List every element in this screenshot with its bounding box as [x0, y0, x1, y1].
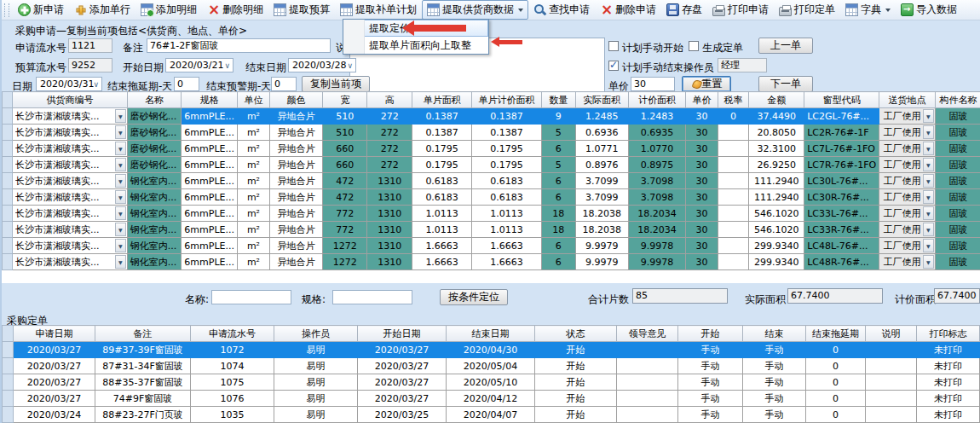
cell-piece-area[interactable]: 0.6183 [412, 189, 472, 206]
cell-qty[interactable]: 18 [542, 222, 576, 238]
cell-note[interactable] [866, 374, 917, 391]
cell-unit-price[interactable]: 30 [686, 141, 718, 157]
cell-height[interactable]: 1310 [367, 206, 412, 222]
cell-start-date[interactable]: 2020/03/27 [358, 391, 447, 407]
cell-unit[interactable]: m² [238, 125, 270, 141]
cell-delivery[interactable]: 工厂使用 [879, 108, 936, 125]
cell-unit[interactable]: m² [238, 189, 270, 206]
cell-remark[interactable]: 88#23-27F门页玻 [95, 407, 191, 423]
cell-width[interactable]: 510 [322, 125, 367, 141]
table-row[interactable]: 2020/03/2488#23-27F门页玻1035易明2020/03/2520… [3, 407, 980, 423]
cell-delivery[interactable]: 工厂使用 [879, 189, 936, 206]
cell-height[interactable]: 1310 [367, 254, 412, 270]
cell-status[interactable]: 开始 [535, 407, 617, 423]
cell-height[interactable]: 1310 [367, 189, 412, 206]
cell-end-date[interactable]: 2020/05/04 [447, 358, 535, 374]
cell-color[interactable]: 异地合片 [269, 141, 322, 157]
cell-end-delay[interactable]: 0 [806, 358, 866, 374]
cell-request-date[interactable]: 2020/03/27 [14, 391, 95, 407]
extract-supplement-plan-button[interactable]: 提取补单计划 [335, 0, 422, 20]
reset-button[interactable]: 重置 [682, 76, 731, 92]
cell-piece-priced-area[interactable]: 0.1387 [472, 125, 542, 141]
cell-piece-priced-area[interactable]: 1.0113 [472, 206, 542, 222]
cell-window-code[interactable]: LC30R-76#... [804, 189, 879, 206]
cell-qty[interactable]: 6 [542, 141, 576, 157]
end-date-combo[interactable]: 2020/03/28 [288, 58, 356, 72]
cell-unit-price[interactable]: 30 [686, 189, 718, 206]
cell-component[interactable]: 固玻 [935, 173, 980, 189]
end-warning-input[interactable] [271, 77, 297, 91]
cell-supplier[interactable]: 长沙市潇湘玻璃实... [13, 125, 128, 141]
cell-qty[interactable]: 6 [542, 254, 576, 270]
cell-color[interactable]: 异地合片 [269, 189, 322, 206]
cell-remark[interactable]: 89#37-39F窗固玻 [95, 342, 191, 358]
cell-delivery[interactable]: 工厂使用 [879, 206, 936, 222]
cell-start[interactable]: 手动 [678, 391, 743, 407]
cell-tax-rate[interactable] [718, 222, 748, 238]
table-row[interactable]: 长沙市潇湘玻璃实...磨砂钢化...6mmPLE...m²异地合片6602720… [3, 157, 980, 173]
cell-piece-area[interactable]: 0.1387 [412, 125, 472, 141]
cell-print-flag[interactable]: 未打印 [917, 358, 980, 374]
cell-operator[interactable]: 易明 [274, 407, 358, 423]
cell-unit[interactable]: m² [238, 254, 270, 270]
cell-supplier[interactable]: 长沙市潇湘玻璃实... [13, 238, 128, 254]
table-row[interactable]: 2020/03/2789#37-39F窗固玻1072易明2020/03/2720… [3, 342, 980, 358]
cell-operator[interactable]: 易明 [274, 374, 358, 391]
cell-unit-price[interactable]: 30 [686, 125, 718, 141]
cell-amount[interactable]: 32.3100 [749, 141, 804, 157]
cell-actual-area[interactable]: 1.2485 [575, 108, 628, 125]
cell-note[interactable] [866, 391, 917, 407]
cell-window-code[interactable]: LC48R-76#... [804, 254, 879, 270]
add-row-button[interactable]: 添加单行 [69, 0, 135, 20]
cell-request-serial[interactable]: 1074 [191, 358, 274, 374]
cell-tax-rate[interactable] [718, 125, 748, 141]
cell-amount[interactable]: 111.2940 [749, 189, 804, 206]
cell-amount[interactable]: 111.2940 [749, 173, 804, 189]
combo-arrow-icon[interactable] [923, 174, 934, 188]
cell-window-code[interactable]: LC2R-76#-1F [804, 125, 879, 141]
cell-component[interactable]: 固玻 [935, 125, 980, 141]
cell-actual-area[interactable]: 0.8976 [575, 157, 628, 173]
combo-arrow-icon[interactable] [115, 239, 126, 252]
cell-window-code[interactable]: LC48L-76#... [804, 238, 879, 254]
cell-qty[interactable]: 6 [542, 238, 576, 254]
cell-window-code[interactable]: LC33L-76#... [804, 206, 879, 222]
find-request-button[interactable]: 查找申请 [528, 0, 595, 20]
cell-unit[interactable]: m² [238, 173, 270, 189]
remark-input[interactable] [147, 38, 331, 53]
manual-end-checkbox[interactable] [608, 61, 619, 71]
cell-actual-area[interactable]: 9.9979 [575, 254, 628, 270]
cell-start[interactable]: 手动 [678, 374, 743, 391]
cell-request-serial[interactable]: 1035 [191, 407, 274, 423]
cell-end-delay[interactable]: 0 [806, 374, 866, 391]
cell-priced-area[interactable]: 3.7098 [628, 173, 685, 189]
cell-width[interactable]: 660 [322, 157, 367, 173]
cell-amount[interactable]: 37.4490 [749, 108, 804, 125]
combo-arrow-icon[interactable] [115, 125, 126, 139]
cell-name[interactable]: 钢化室内... [127, 189, 182, 206]
cell-remark[interactable]: 87#31-34F窗固玻 [95, 358, 191, 374]
cell-actual-area[interactable]: 9.9979 [575, 238, 628, 254]
cell-amount[interactable]: 299.9340 [749, 254, 804, 270]
table-row[interactable]: 长沙市潇湘玻璃实...磨砂钢化...6mmPLE...m²异地合片5102720… [3, 125, 980, 141]
cell-supplier[interactable]: 长沙市潇湘玻璃实... [13, 157, 128, 173]
delete-request-button[interactable]: 删除申请 [595, 0, 661, 20]
cell-unit-price[interactable]: 30 [686, 222, 718, 238]
cell-tax-rate[interactable] [718, 157, 748, 173]
cell-unit-price[interactable]: 30 [686, 238, 718, 254]
cell-start[interactable]: 手动 [678, 342, 743, 358]
unit-price-input[interactable] [631, 77, 675, 91]
cell-spec[interactable]: 6mmPLE... [182, 238, 238, 254]
cell-tax-rate[interactable]: 0 [718, 108, 748, 125]
serial-input[interactable] [68, 38, 112, 53]
combo-arrow-icon[interactable] [115, 255, 126, 269]
cell-request-serial[interactable]: 1076 [191, 391, 274, 407]
combo-arrow-icon[interactable] [923, 223, 934, 236]
cell-request-date[interactable]: 2020/03/27 [14, 342, 95, 358]
cell-unit-price[interactable]: 30 [686, 108, 718, 125]
cell-amount[interactable]: 546.1020 [749, 222, 804, 238]
cell-qty[interactable]: 5 [542, 125, 576, 141]
cell-height[interactable]: 1310 [367, 222, 412, 238]
cell-leader-opinion[interactable] [617, 342, 678, 358]
cell-tax-rate[interactable] [718, 254, 748, 270]
